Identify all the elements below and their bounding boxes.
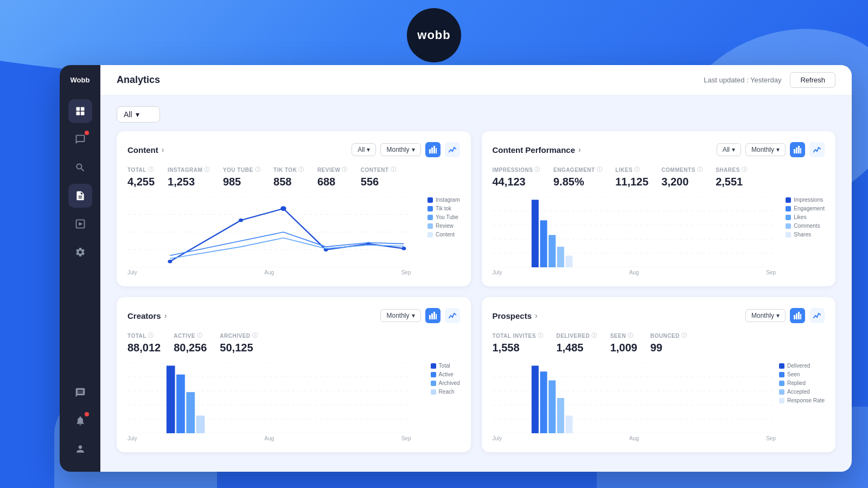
sidebar-item-profile[interactable] bbox=[68, 437, 92, 461]
info-icon: ⓘ bbox=[628, 332, 634, 339]
stat-tiktok-label: TIK TOK ⓘ bbox=[273, 166, 304, 174]
x-label-sep: Sep bbox=[766, 435, 776, 441]
chevron-down-icon: ▾ bbox=[367, 146, 370, 153]
performance-bar-chart-btn[interactable] bbox=[790, 142, 805, 157]
performance-period-select[interactable]: Monthly ▾ bbox=[745, 143, 786, 156]
content-card-controls: All ▾ Monthly ▾ bbox=[352, 142, 459, 157]
global-filter-value: All bbox=[124, 110, 132, 119]
svg-point-19 bbox=[168, 260, 172, 264]
sidebar-item-support[interactable] bbox=[68, 381, 92, 404]
creators-chart-legend: Total Active Archived bbox=[431, 363, 460, 395]
legend-label: Response Rate bbox=[787, 397, 825, 403]
sidebar-item-media[interactable] bbox=[68, 212, 92, 236]
legend-reach: Reach bbox=[431, 389, 460, 395]
content-performance-card: Content Performance › All ▾ Monthly ▾ bbox=[482, 131, 836, 286]
stat-engagement: ENGAGEMENT ⓘ 9.85% bbox=[553, 166, 602, 188]
stat-instagram: INSTAGRAM ⓘ 1,253 bbox=[168, 166, 210, 188]
prospects-chart-legend: Delivered Seen Replied bbox=[779, 363, 825, 403]
x-label-aug: Aug bbox=[629, 435, 639, 441]
prospects-period-select[interactable]: Monthly ▾ bbox=[745, 309, 786, 322]
legend-dot bbox=[427, 197, 433, 203]
svg-rect-81 bbox=[548, 381, 556, 434]
content-card-arrow-icon: › bbox=[162, 145, 164, 154]
stat-creators-active: ACTIVE ⓘ 80,256 bbox=[174, 332, 207, 354]
performance-filter-select[interactable]: All ▾ bbox=[717, 143, 741, 156]
info-icon: ⓘ bbox=[342, 166, 348, 174]
prospects-line-chart-btn[interactable] bbox=[809, 308, 825, 323]
header-right: Last updated : Yesterday Refresh bbox=[704, 72, 835, 88]
stat-seen: SEEN ⓘ 1,009 bbox=[610, 332, 637, 354]
performance-card-controls: All ▾ Monthly ▾ bbox=[717, 142, 825, 157]
legend-archived: Archived bbox=[431, 380, 460, 386]
legend-label: Tik tok bbox=[436, 206, 451, 211]
creators-period-value: Monthly bbox=[386, 312, 409, 319]
content-line-chart-btn[interactable] bbox=[445, 142, 460, 157]
sidebar-item-search[interactable] bbox=[68, 156, 92, 179]
stat-delivered-value: 1,485 bbox=[556, 342, 597, 354]
sidebar-item-settings[interactable] bbox=[68, 240, 92, 264]
svg-rect-79 bbox=[531, 365, 538, 433]
content-period-select[interactable]: Monthly ▾ bbox=[380, 143, 420, 156]
svg-rect-41 bbox=[540, 220, 547, 267]
content-stats-row: TOTAL ⓘ 4,255 INSTAGRAM ⓘ 1,253 bbox=[127, 166, 460, 188]
svg-rect-1 bbox=[80, 107, 84, 111]
creators-line-chart-btn[interactable] bbox=[445, 308, 460, 323]
stat-youtube-label: YOU TUBE ⓘ bbox=[223, 166, 260, 174]
info-icon: ⓘ bbox=[634, 166, 640, 174]
stat-creators-total-value: 88,012 bbox=[127, 342, 161, 354]
info-icon: ⓘ bbox=[204, 166, 210, 174]
sidebar-item-content[interactable] bbox=[68, 184, 92, 208]
legend-dot bbox=[786, 206, 791, 211]
stat-likes-value: 11,125 bbox=[615, 176, 648, 188]
legend-label: Comments bbox=[794, 223, 820, 229]
info-icon: ⓘ bbox=[252, 332, 258, 339]
prospects-card: Prospects › Monthly ▾ bbox=[482, 297, 836, 452]
prospects-period-value: Monthly bbox=[751, 312, 774, 319]
stat-comments-value: 3,200 bbox=[661, 176, 703, 188]
global-filter-select[interactable]: All ▾ bbox=[117, 106, 160, 123]
content-chart-legend: Instagram Tik tok You Tube bbox=[427, 197, 459, 237]
legend-label: Impressions bbox=[794, 197, 823, 203]
last-updated-label: Last updated : Yesterday bbox=[704, 76, 781, 84]
stat-shares-value: 2,551 bbox=[716, 176, 747, 188]
svg-rect-25 bbox=[794, 149, 795, 153]
performance-line-chart-btn[interactable] bbox=[809, 142, 825, 157]
legend-label: Review bbox=[436, 223, 454, 229]
stat-shares-label: SHARES ⓘ bbox=[716, 166, 747, 174]
stat-tiktok-value: 858 bbox=[273, 176, 304, 188]
performance-period-value: Monthly bbox=[751, 146, 774, 153]
stat-tiktok: TIK TOK ⓘ 858 bbox=[273, 166, 304, 188]
chevron-down-icon: ▾ bbox=[412, 312, 415, 319]
stat-total-invites-label: TOTAL INVITES ⓘ bbox=[493, 332, 544, 339]
main-container: Wobb bbox=[60, 65, 852, 472]
filter-bar: All ▾ bbox=[117, 106, 835, 123]
sidebar-item-messages[interactable] bbox=[68, 127, 92, 151]
legend-label: Seen bbox=[787, 371, 800, 377]
content-filter-select[interactable]: All ▾ bbox=[352, 143, 376, 156]
legend-label: Content bbox=[436, 232, 455, 237]
refresh-button[interactable]: Refresh bbox=[790, 72, 835, 88]
creators-period-select[interactable]: Monthly ▾ bbox=[380, 309, 420, 322]
legend-dot bbox=[431, 389, 436, 395]
legend-label: Likes bbox=[794, 214, 806, 220]
legend-active: Active bbox=[431, 371, 460, 377]
content-bar-chart-btn[interactable] bbox=[425, 142, 441, 157]
legend-label: You Tube bbox=[436, 214, 458, 220]
stat-creators-active-value: 80,256 bbox=[174, 342, 207, 354]
sidebar-item-notifications[interactable] bbox=[68, 409, 92, 433]
creators-arrow-icon: › bbox=[164, 311, 167, 320]
sidebar-item-dashboard[interactable] bbox=[68, 99, 92, 123]
prospects-card-header: Prospects › Monthly ▾ bbox=[493, 308, 825, 323]
legend-dot bbox=[786, 197, 791, 203]
stat-shares: SHARES ⓘ 2,551 bbox=[716, 166, 747, 188]
svg-rect-2 bbox=[76, 112, 80, 115]
svg-rect-64 bbox=[794, 315, 795, 319]
creators-bar-chart-btn[interactable] bbox=[425, 308, 441, 323]
legend-dot bbox=[431, 381, 436, 386]
stat-content-value: 556 bbox=[361, 176, 396, 188]
prospects-bar-chart-btn[interactable] bbox=[790, 308, 805, 323]
stat-total-invites-value: 1,558 bbox=[493, 342, 544, 354]
stat-instagram-label: INSTAGRAM ⓘ bbox=[168, 166, 210, 174]
info-icon: ⓘ bbox=[197, 332, 203, 339]
info-icon: ⓘ bbox=[538, 332, 544, 339]
